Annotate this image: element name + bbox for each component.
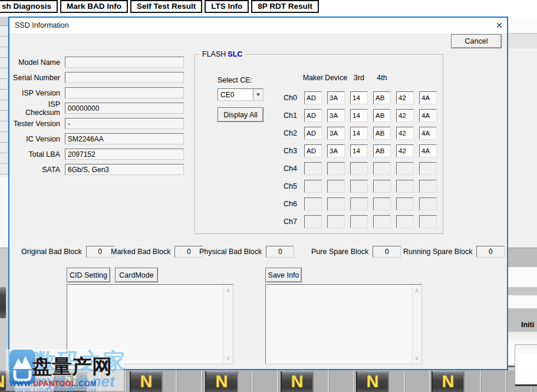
flash-id-cell [419,162,437,175]
info-textarea-right[interactable]: ∧ ∨ [265,284,422,364]
scroll-down-icon[interactable]: ∨ [225,354,232,362]
field-label: Total LBA [12,150,65,159]
flash-group-label: FLASHSLC [200,50,245,58]
flash-id-cell [396,180,414,193]
tab-bar: sh DiagnosisMark BAD InfoSelf Test Resul… [0,0,537,17]
scroll-up-icon[interactable]: ∧ [225,286,232,294]
block-stat-label: Marked Bad Block [111,248,174,256]
initialize-button-partial[interactable]: Initi [521,321,537,329]
close-icon[interactable]: × [493,18,506,32]
flash-group: FLASHSLC Select CE: CE0 ▼ Display All Ma… [195,54,443,234]
save-info-button[interactable]: Save Info [265,268,302,282]
flash-channel-label: Ch2 [284,129,301,137]
tab-8p-rdt-result[interactable]: 8P RDT Result [251,0,319,13]
background-left-panel [0,177,8,248]
flash-id-cell [350,180,368,193]
tab-mark-bad-info[interactable]: Mark BAD Info [60,0,128,13]
flash-id-cell: 42 [396,91,414,104]
field-input[interactable]: SM2246AA [65,133,184,144]
flash-id-cell [350,197,368,210]
socket-cell[interactable]: N [356,371,389,392]
bottom-right-button-partial[interactable] [515,344,537,386]
block-stat-label: Running Spare Block [403,248,476,256]
flash-id-cell [396,215,414,228]
flash-id-cell: AD [304,91,322,104]
field-input[interactable] [65,87,184,98]
form-field-row: ISP Version [12,87,184,98]
tab-lts-info[interactable]: LTS Info [205,0,249,13]
flash-column-header: 3rd [350,74,368,82]
scrollbar[interactable]: ∧ ∨ [223,285,233,364]
block-stat-value: 0 [373,246,401,258]
flash-id-cell [304,180,322,193]
field-input[interactable]: 2097152 [65,149,184,160]
flash-id-cell [327,215,345,228]
form-field-row: IC VersionSM2246AA [12,133,184,144]
dialog-title: SSD Information [15,21,69,29]
flash-id-cell: 4A [419,144,437,157]
form-field-row: Model Name [12,57,184,68]
block-stat-label: Physical Bad Block [199,248,266,256]
form-field-row: Tester Version- [12,118,184,129]
flash-id-cell [304,197,322,210]
form-field-row: SATA6Gb/S, Gen3 [12,164,184,175]
socket-cell[interactable]: N [281,371,314,392]
flash-id-cell [304,162,322,175]
form-field-row: Serial Number [12,72,184,83]
field-input[interactable]: 6Gb/S, Gen3 [65,164,184,175]
background-right-band [508,33,537,48]
field-input[interactable] [65,72,184,83]
flash-id-cell: 42 [396,144,414,157]
block-stat: Original Bad Block0 [21,246,114,258]
flash-id-cell: 14 [350,109,368,122]
field-input[interactable]: - [65,118,184,129]
field-label: SATA [12,166,65,174]
block-stat-value: 0 [266,246,294,258]
field-label: Model Name [12,58,65,67]
socket-status-letter: N [367,373,379,390]
flash-id-cell [373,215,391,228]
flash-id-cell [419,215,437,228]
block-stat-label: Pure Spare Block [311,248,373,256]
socket-cell[interactable]: N [205,371,238,392]
flash-id-cell: AD [304,127,322,140]
flash-type-label: SLC [228,50,242,58]
select-ce-dropdown[interactable]: CE0 ▼ [218,88,263,101]
socket-status-letter: N [442,373,454,390]
flash-column-header: Device [322,74,350,82]
flash-channel-label: Ch0 [284,94,301,102]
socket-cell[interactable]: N [130,371,163,392]
block-stat-value: 0 [476,246,505,258]
flash-channel-label: Ch3 [284,147,301,155]
field-input[interactable] [65,57,184,68]
tab-sh-diagnosis[interactable]: sh Diagnosis [0,0,58,13]
scrollbar[interactable]: ∧ ∨ [412,285,421,364]
scroll-up-icon[interactable]: ∧ [413,286,420,294]
display-all-button[interactable]: Display All [218,107,263,122]
socket-cell[interactable]: N [431,371,464,392]
background-left-grid-rows [0,26,8,177]
block-stat: Marked Bad Block0 [111,246,203,258]
flash-id-cell [419,197,437,210]
field-input[interactable]: 00000000 [65,103,184,114]
flash-channel-label: Ch1 [284,111,301,120]
flash-id-cell: 14 [350,127,368,140]
flash-channel-label: Ch7 [284,218,301,226]
flash-id-cell: AB [373,91,391,104]
block-stat: Pure Spare Block0 [311,246,401,258]
tab-self-test-result[interactable]: Self Test Result [130,0,202,13]
field-label: IC Version [12,135,65,143]
socket-status-letter: N [291,373,304,390]
chevron-down-icon[interactable]: ▼ [253,89,263,100]
cancel-button[interactable]: Cancel [451,34,502,48]
flash-id-cell: 3A [327,144,345,157]
flash-id-cell: AD [304,109,322,122]
scroll-down-icon[interactable]: ∨ [413,354,420,362]
cardmode-button[interactable]: CardMode [115,268,158,282]
cid-setting-button[interactable]: CID Setting [67,268,110,282]
flash-id-cell [350,162,368,175]
watermark-url-echo: WWW.UPANTOOL.COM [9,387,97,392]
flash-channel-label: Ch5 [284,182,301,190]
background-right-panel [508,48,537,248]
flash-id-cell [327,162,345,175]
